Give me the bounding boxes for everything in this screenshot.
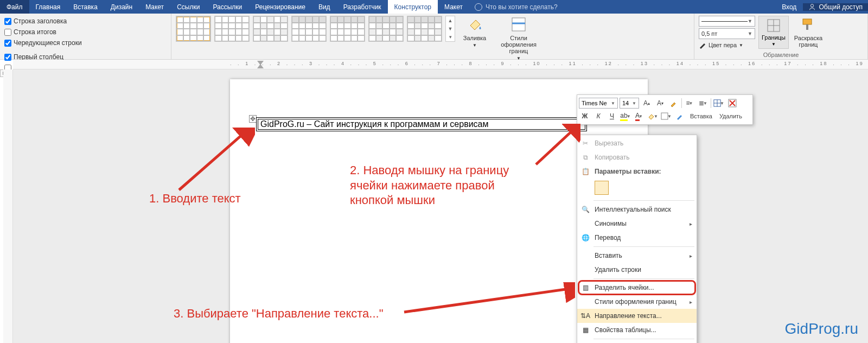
ctx-synonyms[interactable]: Синонимы▸ bbox=[577, 217, 697, 231]
tab-insert[interactable]: Вставка bbox=[67, 0, 104, 14]
indent-marker-icon[interactable] bbox=[256, 60, 265, 69]
annotation-2: 2. Наводя мышку на границу ячейки нажима… bbox=[350, 163, 540, 208]
bucket-icon bbox=[466, 16, 483, 33]
ctx-translate[interactable]: 🌐Перевод bbox=[577, 231, 697, 245]
ctx-paste-options bbox=[577, 179, 697, 199]
border-painter-button[interactable]: Раскраска границ bbox=[792, 16, 825, 48]
ctx-text-direction[interactable]: ⇅AНаправление текста... bbox=[577, 309, 697, 323]
border-styles-icon bbox=[510, 16, 527, 33]
text-direction-icon: ⇅A bbox=[580, 311, 590, 321]
tab-references[interactable]: Ссылки bbox=[170, 0, 206, 14]
ruler-vertical[interactable] bbox=[3, 69, 13, 343]
borders-button[interactable]: Границы▼ bbox=[758, 16, 789, 49]
ctx-cut: ✂Вырезать bbox=[577, 136, 697, 150]
ctx-paste-header: 📋Параметры вставки: bbox=[577, 164, 697, 179]
annotation-1: 1. Вводите текст bbox=[149, 191, 241, 206]
painter-icon bbox=[800, 16, 817, 33]
bullets-button[interactable]: ≡▼ bbox=[684, 97, 695, 109]
tab-mailings[interactable]: Рассылки bbox=[206, 0, 248, 14]
table-move-handle[interactable]: ✥ bbox=[249, 115, 257, 123]
table-delete-button[interactable] bbox=[726, 97, 738, 109]
table-insert-button[interactable]: ▼ bbox=[713, 97, 725, 109]
mini-toolbar: Times Ne▼ 14▼ A▴ A▾ ≡▼ ≣▼ ▼ Ж К Ч ab▼ A▼… bbox=[577, 94, 753, 125]
format-painter-button[interactable] bbox=[668, 97, 680, 109]
tab-table-layout[interactable]: Макет bbox=[438, 0, 469, 14]
svg-rect-7 bbox=[806, 24, 808, 30]
tab-layout[interactable]: Макет bbox=[139, 0, 170, 14]
cut-icon: ✂ bbox=[580, 138, 590, 148]
font-select[interactable]: Times Ne▼ bbox=[579, 98, 618, 109]
bold-button[interactable]: Ж bbox=[579, 110, 591, 122]
tab-home[interactable]: Главная bbox=[29, 0, 67, 14]
insert-mini-button[interactable]: Вставка bbox=[687, 110, 715, 122]
ctx-split-cells[interactable]: ▥Разделить ячейки... bbox=[577, 281, 697, 295]
paste-option-1[interactable] bbox=[595, 181, 609, 195]
menu-bar: Файл Главная Вставка Дизайн Макет Ссылки… bbox=[0, 0, 868, 14]
ruler-horizontal[interactable]: . . 1 . . . 2 . . . 3 . . . 4 . . . 5 . … bbox=[13, 60, 868, 69]
styles-small-icon bbox=[676, 112, 684, 120]
tell-me-search[interactable]: Что вы хотите сделать? bbox=[469, 0, 775, 14]
login-link[interactable]: Вход bbox=[775, 3, 803, 11]
table-style-1[interactable] bbox=[176, 16, 211, 42]
italic-button[interactable]: К bbox=[592, 110, 604, 122]
ctx-hyperlink[interactable]: 🔗Гиперссылка... bbox=[577, 341, 697, 343]
borders-mini-button[interactable]: ▼ bbox=[660, 110, 672, 122]
svg-marker-9 bbox=[257, 64, 264, 68]
shrink-font-button[interactable]: A▾ bbox=[654, 97, 666, 109]
table-delete-icon bbox=[728, 99, 737, 107]
svg-rect-1 bbox=[512, 18, 525, 31]
tab-table-design[interactable]: Конструктор bbox=[388, 0, 438, 14]
table-style-6[interactable] bbox=[368, 16, 404, 42]
line-style-dropdown[interactable]: ▼ bbox=[699, 16, 755, 27]
table-style-4[interactable] bbox=[291, 16, 327, 42]
share-button[interactable]: Общий доступ bbox=[803, 3, 868, 11]
fill-button[interactable]: Заливка▼ bbox=[458, 16, 491, 48]
translate-icon: 🌐 bbox=[580, 233, 590, 243]
chk-banded-rows[interactable]: Чередующиеся строки bbox=[4, 37, 82, 48]
watermark-logo: GidProg.ru bbox=[785, 320, 858, 338]
table-style-5[interactable] bbox=[330, 16, 365, 42]
clipboard-icon: 📋 bbox=[580, 167, 590, 176]
numbering-button[interactable]: ≣▼ bbox=[697, 97, 709, 109]
ctx-insert[interactable]: Вставить▸ bbox=[577, 249, 697, 263]
tab-developer[interactable]: Разработчик bbox=[337, 0, 388, 14]
ctx-copy: ⧉Копировать bbox=[577, 150, 697, 164]
tab-file[interactable]: Файл bbox=[0, 0, 29, 14]
ctx-border-styles[interactable]: Стили оформления границ▸ bbox=[577, 295, 697, 309]
copy-icon: ⧉ bbox=[580, 153, 590, 162]
brush-icon bbox=[670, 99, 678, 107]
border-styles-button[interactable]: Стили оформления границ▼ bbox=[494, 16, 543, 61]
table-cell[interactable]: GidProG.ru – Сайт инструкция к программа… bbox=[258, 119, 585, 130]
table-style-7[interactable] bbox=[407, 16, 442, 42]
document-table[interactable]: GidProG.ru – Сайт инструкция к программа… bbox=[256, 117, 587, 131]
table-style-3[interactable] bbox=[253, 16, 288, 42]
tab-view[interactable]: Вид bbox=[312, 0, 337, 14]
ctx-table-properties[interactable]: ▦Свойства таблицы... bbox=[577, 323, 697, 337]
table-style-2[interactable] bbox=[214, 16, 250, 42]
grow-font-button[interactable]: A▴ bbox=[641, 97, 653, 109]
svg-point-0 bbox=[811, 4, 814, 7]
chk-total-row[interactable]: Строка итогов bbox=[4, 27, 82, 37]
svg-rect-6 bbox=[803, 19, 812, 24]
line-width-dropdown[interactable]: 0,5 пт▼ bbox=[699, 28, 755, 39]
delete-mini-button[interactable]: Удалить bbox=[717, 110, 745, 122]
underline-button[interactable]: Ч bbox=[606, 110, 618, 122]
font-size-select[interactable]: 14▼ bbox=[620, 98, 639, 109]
tab-design[interactable]: Дизайн bbox=[104, 0, 139, 14]
pen-color[interactable]: Цвет пера▼ bbox=[699, 41, 755, 49]
styles-mini-button[interactable] bbox=[674, 110, 686, 122]
ribbon: Строка заголовка Строка итогов Чередующи… bbox=[0, 14, 868, 60]
share-icon bbox=[808, 3, 816, 11]
shading-button[interactable]: ▼ bbox=[647, 110, 659, 122]
chk-header-row[interactable]: Строка заголовка bbox=[4, 16, 82, 27]
tab-review[interactable]: Рецензирование bbox=[248, 0, 312, 14]
search-icon: 🔍 bbox=[580, 205, 590, 214]
highlight-button[interactable]: ab▼ bbox=[620, 110, 631, 122]
ctx-smart-lookup[interactable]: 🔍Интеллектуальный поиск bbox=[577, 202, 697, 217]
split-icon: ▥ bbox=[580, 283, 590, 293]
properties-icon: ▦ bbox=[580, 325, 590, 335]
style-gallery-nav[interactable]: ▲▼▾ bbox=[445, 16, 455, 42]
font-color-button[interactable]: A▼ bbox=[633, 110, 645, 122]
context-menu: ✂Вырезать ⧉Копировать 📋Параметры вставки… bbox=[577, 135, 697, 343]
ctx-delete-rows[interactable]: Удалить строки bbox=[577, 263, 697, 277]
